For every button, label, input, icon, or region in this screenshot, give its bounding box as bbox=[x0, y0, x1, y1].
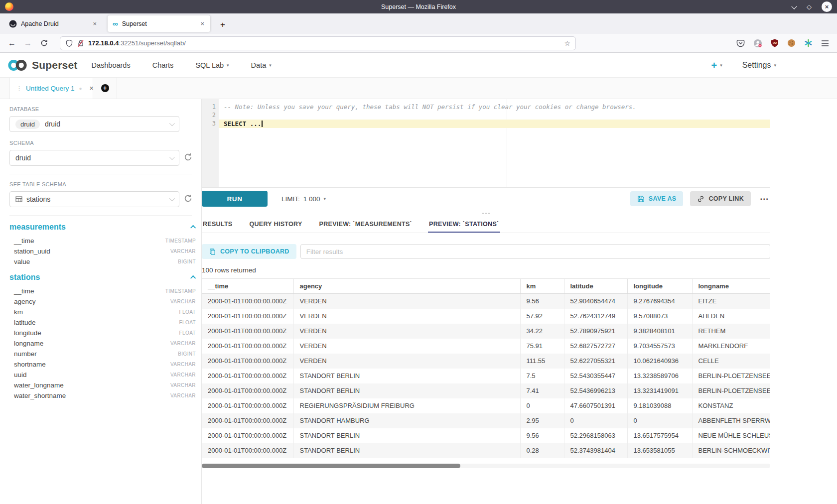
pocket-icon[interactable] bbox=[736, 39, 745, 47]
filter-results-input[interactable] bbox=[300, 244, 770, 259]
copy-to-clipboard-button[interactable]: COPY TO CLIPBOARD bbox=[202, 244, 296, 259]
forward-button[interactable]: → bbox=[21, 36, 35, 50]
table-cell: 0.28 bbox=[520, 443, 564, 458]
column-header-cell[interactable]: longitude bbox=[627, 279, 692, 294]
nav-item-data[interactable]: Data▾ bbox=[251, 61, 272, 69]
table-cell: 2000-01-01T00:00:00.000Z bbox=[202, 413, 293, 428]
schema-table-header[interactable]: measurements bbox=[9, 223, 196, 232]
column-header-cell[interactable]: km bbox=[520, 279, 564, 294]
add-query-tab-button[interactable]: + bbox=[93, 78, 117, 99]
cookie-extension-icon[interactable] bbox=[787, 39, 796, 47]
results-tab[interactable]: QUERY HISTORY bbox=[249, 217, 303, 233]
nav-item-charts[interactable]: Charts bbox=[152, 61, 174, 69]
table-refresh-button[interactable] bbox=[184, 194, 192, 205]
table-cell: 13.3231419091 bbox=[627, 383, 692, 398]
reload-button[interactable] bbox=[37, 36, 51, 50]
window-close-button[interactable]: × bbox=[822, 1, 832, 12]
caret-down-icon: ▾ bbox=[774, 63, 776, 68]
table-select[interactable]: stations bbox=[9, 191, 179, 207]
column-type: VARCHAR bbox=[170, 299, 196, 304]
code-line bbox=[219, 111, 770, 120]
column-name: km bbox=[9, 308, 23, 316]
database-select[interactable]: druid druid bbox=[9, 116, 179, 132]
table-cell: 10.0621640936 bbox=[627, 354, 692, 369]
column-header-cell[interactable]: latitude bbox=[564, 279, 627, 294]
results-tab[interactable]: PREVIEW: `MEASUREMENTS` bbox=[318, 217, 414, 233]
divider bbox=[9, 215, 192, 216]
results-tab[interactable]: PREVIEW: `STATIONS` bbox=[428, 217, 500, 233]
settings-menu[interactable]: Settings▾ bbox=[742, 61, 776, 70]
schema-column-row: longitudeFLOAT bbox=[9, 328, 196, 338]
column-name: station_uuid bbox=[9, 248, 50, 255]
code-area[interactable]: -- Note: Unless you save your query, the… bbox=[219, 99, 770, 187]
table-cell: 13.653581055 bbox=[627, 443, 692, 458]
table-cell: 52.3743981404 bbox=[564, 443, 627, 458]
url-field[interactable]: 172.18.0.4:32251/superset/sqllab/ ☆ bbox=[60, 36, 576, 50]
table-cell: 9.3828408101 bbox=[627, 324, 692, 339]
chevron-up-icon[interactable] bbox=[190, 275, 196, 281]
query-tab[interactable]: ⋮ Untitled Query 1 ● × bbox=[9, 78, 93, 99]
table-value: stations bbox=[26, 195, 50, 203]
superset-brand[interactable]: Superset bbox=[6, 58, 77, 72]
table-cell: 9.2767694354 bbox=[627, 294, 692, 309]
tab-close-icon[interactable]: × bbox=[199, 20, 205, 27]
save-as-button[interactable]: SAVE AS bbox=[630, 191, 684, 206]
menu-button[interactable] bbox=[821, 40, 829, 47]
account-extension-icon[interactable] bbox=[753, 39, 762, 48]
line-number: 3 bbox=[202, 120, 216, 128]
nav-item-dashboards[interactable]: Dashboards bbox=[91, 61, 130, 69]
table-cell: 52.9040654474 bbox=[564, 294, 627, 309]
nav-item-sql-lab[interactable]: SQL Lab▾ bbox=[195, 61, 229, 69]
asterisk-extension-icon[interactable] bbox=[804, 39, 813, 47]
column-list: __timeTIMESTAMPagencyVARCHARkmFLOATlatit… bbox=[9, 286, 196, 401]
more-options-button[interactable]: ⋯ bbox=[758, 194, 770, 204]
schema-table-header[interactable]: stations bbox=[9, 273, 196, 282]
limit-control[interactable]: LIMIT: 1 000 ▾ bbox=[281, 195, 326, 203]
results-tab[interactable]: RESULTS bbox=[202, 217, 234, 233]
bookmark-star-icon[interactable]: ☆ bbox=[564, 39, 570, 47]
new-tab-button[interactable]: + bbox=[216, 20, 229, 30]
browser-tab-druid[interactable]: Apache Druid × bbox=[4, 15, 103, 32]
chevron-up-icon[interactable] bbox=[190, 225, 196, 231]
schema-select[interactable]: druid bbox=[9, 150, 179, 166]
tab-close-icon[interactable]: × bbox=[92, 20, 98, 27]
scrollbar-thumb[interactable] bbox=[202, 464, 460, 468]
tab-label: Apache Druid bbox=[21, 20, 88, 27]
run-button[interactable]: RUN bbox=[202, 191, 268, 207]
window-maximize-button[interactable]: ◇ bbox=[807, 3, 812, 10]
svg-text:UO: UO bbox=[773, 41, 777, 44]
results-header-row: __timeagencykmlatitudelongitudelongname bbox=[202, 279, 770, 294]
browser-tab-superset[interactable]: ∞ Superset × bbox=[108, 15, 210, 32]
column-type: FLOAT bbox=[179, 330, 196, 336]
refresh-icon bbox=[184, 194, 192, 203]
database-label: DATABASE bbox=[9, 106, 195, 112]
editor-pane: 1 2 3 -- Note: Unless you save your quer… bbox=[202, 99, 837, 504]
column-header-cell[interactable]: agency bbox=[293, 279, 520, 294]
window-minimize-button[interactable] bbox=[792, 4, 797, 9]
table-cell: 2000-01-01T00:00:00.000Z bbox=[202, 324, 293, 339]
copy-link-button[interactable]: COPY LINK bbox=[690, 191, 751, 206]
column-header-cell[interactable]: __time bbox=[202, 279, 293, 294]
ublock-extension-icon[interactable]: UO bbox=[771, 39, 779, 47]
table-cell: AHLDEN bbox=[692, 309, 770, 324]
column-name: uuid bbox=[9, 371, 27, 378]
column-type: VARCHAR bbox=[170, 249, 196, 254]
table-cell: KONSTANZ bbox=[692, 398, 770, 413]
table-row: 2000-01-01T00:00:00.000ZSTANDORT BERLIN0… bbox=[202, 443, 770, 458]
horizontal-scrollbar[interactable] bbox=[202, 464, 770, 468]
insecure-lock-icon[interactable] bbox=[77, 39, 84, 47]
table-cell: 2000-01-01T00:00:00.000Z bbox=[202, 294, 293, 309]
schema-refresh-button[interactable] bbox=[184, 153, 192, 163]
table-cell: 52.5430355447 bbox=[564, 369, 627, 383]
pane-resize-handle[interactable] bbox=[202, 210, 770, 217]
add-new-menu[interactable]: +▾ bbox=[711, 60, 722, 70]
back-button[interactable]: ← bbox=[5, 36, 19, 50]
column-header-cell[interactable]: longname bbox=[692, 279, 770, 294]
column-type: FLOAT bbox=[179, 320, 196, 325]
sql-editor[interactable]: 1 2 3 -- Note: Unless you save your quer… bbox=[202, 99, 770, 188]
line-number-gutter: 1 2 3 bbox=[202, 99, 219, 187]
table-cell: MARKLENDORF bbox=[692, 339, 770, 354]
tracking-shield-icon[interactable] bbox=[65, 39, 73, 47]
caret-down-icon: ▾ bbox=[324, 196, 326, 201]
drag-handle-icon[interactable]: ⋮ bbox=[16, 85, 21, 92]
